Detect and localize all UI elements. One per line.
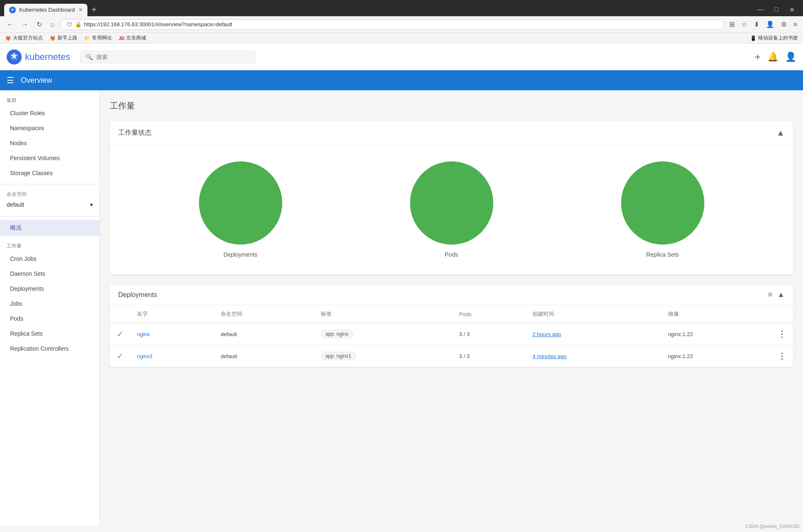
sidebar-item-replication-controllers[interactable]: Replication Controllers xyxy=(0,341,99,356)
deployments-actions: ≡ ▲ xyxy=(768,290,785,299)
active-tab[interactable]: Kubernetes Dashboard × xyxy=(4,4,87,16)
url-display: https://192.168.176.63:30001/#/overview?… xyxy=(84,21,718,27)
created-link-0[interactable]: 2 hours ago xyxy=(532,331,561,337)
tab-title: Kubernetes Dashboard xyxy=(19,7,75,13)
deployments-circle-label: Deployments xyxy=(224,251,258,258)
table-row: ✓ nginx default app: nginx 3 / 3 2 hours… xyxy=(110,323,793,345)
row-pods-1: 3 / 3 xyxy=(452,345,526,367)
extensions-button[interactable]: ⊞ xyxy=(728,19,736,30)
sidebar-item-daemon-sets[interactable]: Daemon Sets xyxy=(0,266,99,281)
col-name: 名字 xyxy=(130,305,214,323)
newuser-icon: 🦊 xyxy=(50,35,56,41)
row-namespace-0: default xyxy=(214,323,314,345)
row-name-0: nginx xyxy=(130,323,214,345)
sidebar-item-cron-jobs[interactable]: Cron Jobs xyxy=(0,251,99,266)
deployments-title: Deployments xyxy=(118,291,157,299)
deployments-section: Deployments ≡ ▲ 名字 命名空间 标签 Pods xyxy=(110,285,793,367)
search-icon: 🔍 xyxy=(86,54,93,60)
row-menu-0[interactable]: ⋮ xyxy=(771,323,793,345)
new-tab-button[interactable]: + xyxy=(87,3,101,16)
browser-nav: ← → ↻ ⌂ 🛡 🔒 https://192.168.176.63:30001… xyxy=(0,16,803,33)
bookmark-button[interactable]: ☆ xyxy=(740,19,749,30)
row-status-1: ✓ xyxy=(110,345,130,367)
namespace-section: 命名空间 default ▾ xyxy=(0,188,99,213)
add-button[interactable]: + xyxy=(755,51,761,63)
tab-close-button[interactable]: × xyxy=(79,6,82,14)
sidebar-item-replica-sets[interactable]: Replica Sets xyxy=(0,326,99,341)
row-status-0: ✓ xyxy=(110,323,130,345)
table-header-row: 名字 命名空间 标签 Pods 创建时间 镜像 xyxy=(110,305,793,323)
deployments-collapse-button[interactable]: ▲ xyxy=(777,290,785,299)
namespace-arrow-icon: ▾ xyxy=(90,201,93,208)
pods-circle xyxy=(410,161,493,245)
replica-sets-circle-label: Replica Sets xyxy=(646,251,679,258)
hamburger-menu-icon[interactable]: ☰ xyxy=(7,75,14,85)
col-namespace: 命名空间 xyxy=(214,305,314,323)
sidebar-item-nodes[interactable]: Nodes xyxy=(0,136,99,151)
bookmark-common[interactable]: 📁 常用网址 xyxy=(84,35,112,42)
search-input[interactable] xyxy=(96,54,250,60)
created-link-1[interactable]: 4 minutes ago xyxy=(532,353,567,359)
sidebar: 集群 Cluster Roles Namespaces Nodes Persis… xyxy=(0,90,100,526)
filter-button[interactable]: ≡ xyxy=(768,290,773,299)
sidebar-item-persistent-volumes[interactable]: Persistent Volumes xyxy=(0,151,99,166)
sidebar-item-pods[interactable]: Pods xyxy=(0,311,99,326)
workload-section-label: 工作量 xyxy=(0,236,99,251)
menu-button[interactable]: ≡ xyxy=(792,19,799,30)
search-bar[interactable]: 🔍 xyxy=(80,51,255,63)
workload-status-collapse-button[interactable]: ▲ xyxy=(776,128,785,138)
col-image: 镜像 xyxy=(661,305,771,323)
user-menu-button[interactable]: 👤 xyxy=(785,52,796,62)
deployments-table: 名字 命名空间 标签 Pods 创建时间 镜像 ✓ nginx xyxy=(110,305,793,367)
row-menu-button-1[interactable]: ⋮ xyxy=(778,351,786,361)
download-button[interactable]: ⬇ xyxy=(752,19,761,30)
maximize-button[interactable]: □ xyxy=(771,4,782,15)
row-menu-1[interactable]: ⋮ xyxy=(771,345,793,367)
forward-button[interactable]: → xyxy=(19,19,31,30)
sidebar-item-namespaces[interactable]: Namespaces xyxy=(0,121,99,136)
sidebar-item-storage-classes[interactable]: Storage Classes xyxy=(0,166,99,181)
minimize-button[interactable]: — xyxy=(753,4,767,15)
deployment-link-1[interactable]: nginx1 xyxy=(137,353,153,359)
bookmark-firefox[interactable]: 🦊 火狐官方站点 xyxy=(5,35,43,42)
sidebar-item-deployments[interactable]: Deployments xyxy=(0,281,99,296)
namespace-select[interactable]: default ▾ xyxy=(7,200,93,210)
row-name-1: nginx1 xyxy=(130,345,214,367)
deployment-link-0[interactable]: nginx xyxy=(137,331,150,337)
workload-status-card: 工作量状态 ▲ Deployments Pods Replica Sets xyxy=(110,121,793,275)
row-labels-1: app: nginx1 xyxy=(314,345,452,367)
sidebar-item-jobs[interactable]: Jobs xyxy=(0,296,99,311)
refresh-button[interactable]: ↻ xyxy=(34,19,45,30)
replica-sets-circle-item: Replica Sets xyxy=(621,161,704,258)
row-pods-0: 3 / 3 xyxy=(452,323,526,345)
row-namespace-1: default xyxy=(214,345,314,367)
bookmark-jd[interactable]: JD 京东商城 xyxy=(119,35,146,42)
row-image-1: nginx:1.22 xyxy=(661,345,771,367)
replica-sets-circle xyxy=(621,161,704,245)
profile-button[interactable]: 👤 xyxy=(764,19,776,30)
mobile-bookmark[interactable]: 📱 移动设备上的书签 xyxy=(750,35,798,42)
col-actions xyxy=(771,305,793,323)
pods-circle-item: Pods xyxy=(410,161,493,258)
bookmark-newuser[interactable]: 🦊 新手上路 xyxy=(50,35,77,42)
col-pods: Pods xyxy=(452,305,526,323)
firefox-icon: 🦊 xyxy=(5,35,11,41)
kubernetes-logo[interactable]: kubernetes xyxy=(7,49,70,64)
workload-status-title: 工作量状态 xyxy=(118,129,152,137)
settings-button[interactable]: ⚙ xyxy=(779,19,788,30)
kubernetes-logo-icon xyxy=(7,49,22,64)
close-window-button[interactable]: ✕ xyxy=(786,4,798,15)
row-image-0: nginx:1.22 xyxy=(661,323,771,345)
content-title: 工作量 xyxy=(110,100,793,111)
content-area: 工作量 工作量状态 ▲ Deployments Pods xyxy=(100,90,803,526)
row-menu-button-0[interactable]: ⋮ xyxy=(778,329,786,339)
pods-circle-label: Pods xyxy=(445,251,458,258)
page-header-bar: ☰ Overview xyxy=(0,70,803,90)
sidebar-item-overview[interactable]: 概况 xyxy=(0,220,99,236)
back-button[interactable]: ← xyxy=(4,19,16,30)
home-button[interactable]: ⌂ xyxy=(48,19,57,30)
address-bar[interactable]: 🛡 🔒 https://192.168.176.63:30001/#/overv… xyxy=(60,19,724,30)
nav-actions: ⊞ ☆ ⬇ 👤 ⚙ ≡ xyxy=(728,19,799,30)
sidebar-item-cluster-roles[interactable]: Cluster Roles xyxy=(0,106,99,121)
notifications-button[interactable]: 🔔 xyxy=(767,52,778,62)
